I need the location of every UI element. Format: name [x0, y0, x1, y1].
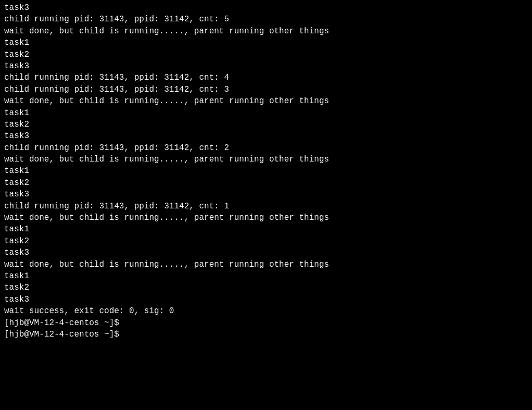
terminal-line: wait done, but child is running....., pa…: [4, 26, 528, 37]
terminal-line: task3: [4, 294, 528, 305]
terminal-line: task2: [4, 177, 528, 189]
terminal-line: task1: [4, 223, 528, 235]
terminal-line: wait done, but child is running....., pa…: [4, 212, 528, 223]
terminal-line: task1: [4, 270, 528, 282]
terminal-line: child running pid: 31143, ppid: 31142, c…: [4, 201, 528, 212]
terminal-line: child running pid: 31143, ppid: 31142, c…: [4, 84, 528, 95]
terminal-line: wait done, but child is running....., pa…: [4, 95, 528, 107]
terminal-line: child running pid: 31143, ppid: 31142, c…: [4, 72, 528, 83]
terminal-line: task1: [4, 165, 528, 177]
terminal-line: task2: [4, 282, 528, 293]
terminal-line: child running pid: 31143, ppid: 31142, c…: [4, 142, 528, 154]
terminal-line: task1: [4, 37, 528, 48]
terminal-line: task3: [4, 2, 528, 14]
terminal-line: task3: [4, 130, 528, 142]
terminal-line: task1: [4, 107, 528, 119]
terminal-line: task3: [4, 60, 528, 72]
terminal-line: wait done, but child is running....., pa…: [4, 259, 528, 270]
terminal-line: [hjb@VM-12-4-centos ~]$: [4, 329, 528, 340]
terminal-line: [hjb@VM-12-4-centos ~]$: [4, 317, 528, 329]
terminal-line: child running pid: 31143, ppid: 31142, c…: [4, 14, 528, 25]
terminal-line: task3: [4, 247, 528, 258]
terminal-line: task3: [4, 189, 528, 200]
terminal-line: wait done, but child is running....., pa…: [4, 154, 528, 165]
terminal-line: wait success, exit code: 0, sig: 0: [4, 305, 528, 317]
terminal-line: task2: [4, 49, 528, 60]
terminal-line: task2: [4, 235, 528, 247]
terminal-line: task2: [4, 119, 528, 130]
terminal-output: task3child running pid: 31143, ppid: 311…: [0, 0, 532, 410]
